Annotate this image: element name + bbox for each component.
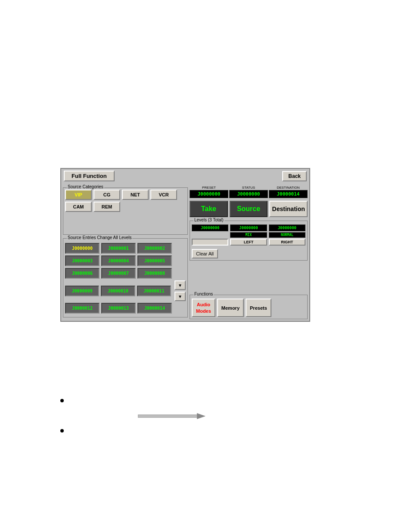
entry-button-4[interactable]: J0000004 — [101, 255, 136, 266]
destination-label: DESTINATION — [277, 186, 299, 190]
func-button-audio-modes[interactable]: AudioModes — [192, 299, 215, 317]
source-action-button[interactable]: Source — [230, 201, 268, 217]
cat-button-rem[interactable]: REM — [93, 202, 120, 212]
arrow-icon — [138, 411, 207, 421]
arrow-container — [138, 411, 345, 423]
source-categories-label: Source Categories — [67, 184, 104, 189]
category-row-1: VIP CG NET VCR — [65, 190, 186, 200]
cat-button-vip[interactable]: VIP — [65, 190, 92, 200]
left-panel: Source Categories VIP CG NET VCR CAM REM… — [63, 185, 188, 319]
bullet-dot-1 — [60, 399, 64, 402]
entry-button-13[interactable]: J0000013 — [101, 303, 136, 314]
level-cell-1: J0000000 — [192, 224, 228, 246]
level-button-right[interactable]: RIGHT — [269, 239, 305, 246]
content-area: Source Categories VIP CG NET VCR CAM REM… — [61, 183, 309, 321]
bullet-item-2 — [60, 426, 345, 432]
levels-group: Levels (3 Total) J0000000 J0000000 MIX L… — [190, 221, 308, 261]
entry-button-9[interactable]: J0000009 — [65, 286, 99, 296]
functions-group: Functions AudioModes Memory Presets — [190, 295, 308, 319]
entry-button-7[interactable]: J0000007 — [101, 268, 136, 279]
functions-row: AudioModes Memory Presets — [192, 299, 305, 317]
display-row: PRESET J0000000 STATUS J0000000 DESTINAT… — [190, 185, 308, 199]
level-cell-3: J0000000 NORMAL RIGHT — [269, 224, 305, 246]
entry-row-3: J0000006 J0000007 J0000008 — [65, 268, 186, 279]
functions-label: Functions — [193, 292, 214, 296]
scroll-bottom-button[interactable]: ▼ — [174, 292, 186, 301]
panel-title: Full Function — [64, 171, 115, 181]
bullet-item-1 — [60, 396, 345, 402]
entry-button-6[interactable]: J0000006 — [65, 268, 100, 279]
entry-button-14[interactable]: J0000014 — [137, 303, 172, 314]
destination-screen: J0000014 — [269, 190, 308, 198]
main-panel: Full Function Back Source Categories VIP… — [60, 168, 310, 322]
destination-display: DESTINATION J0000014 — [269, 186, 308, 198]
levels-grid: J0000000 J0000000 MIX LEFT J0000000 NORM… — [192, 224, 305, 246]
cat-button-net[interactable]: NET — [122, 190, 149, 200]
status-screen: J0000000 — [229, 190, 268, 198]
source-categories-group: Source Categories VIP CG NET VCR CAM REM — [63, 187, 188, 235]
entry-row-5: J0000012 J0000013 J0000014 — [65, 303, 186, 314]
level-sub-3a: NORMAL — [269, 232, 305, 238]
status-display: STATUS J0000000 — [229, 186, 268, 198]
entry-button-5[interactable]: J0000005 — [137, 255, 172, 266]
cat-button-cg[interactable]: CG — [93, 190, 120, 200]
func-button-presets[interactable]: Presets — [246, 299, 271, 317]
entry-button-10[interactable]: J0000010 — [101, 286, 135, 296]
cat-button-vcr[interactable]: VCR — [150, 190, 177, 200]
svg-rect-1 — [138, 415, 198, 417]
title-bar: Full Function Back — [61, 169, 309, 183]
entry-row-4: J0000009 J0000010 J0000011 ▼ ▼ — [65, 280, 186, 301]
func-button-memory[interactable]: Memory — [217, 299, 244, 317]
entry-row-1: J0000000 J0000001 J0000002 — [65, 243, 186, 254]
preset-screen: J0000000 — [190, 190, 228, 198]
levels-label: Levels (3 Total) — [193, 218, 224, 222]
preset-label: PRESET — [202, 186, 216, 190]
level-display-3: J0000000 — [269, 224, 305, 231]
entry-button-2[interactable]: J0000002 — [137, 243, 172, 254]
bullet-section — [60, 396, 345, 441]
level-cell-2: J0000000 MIX LEFT — [230, 224, 267, 246]
action-row: Take Source Destination — [190, 201, 308, 217]
source-entries-group: Source Entries Change All Levels J000000… — [63, 238, 188, 317]
level-sub-2a: MIX — [230, 232, 267, 238]
bullet-dot-2 — [60, 429, 64, 432]
entry-button-11[interactable]: J0000011 — [137, 286, 171, 296]
level-display-2: J0000000 — [230, 224, 267, 231]
level-input-1 — [192, 239, 228, 246]
entry-row-2: J0000003 J0000004 J0000005 — [65, 255, 186, 266]
entry-button-0[interactable]: J0000000 — [65, 243, 100, 254]
spacer — [190, 262, 308, 291]
scroll-down-button[interactable]: ▼ — [174, 280, 186, 290]
status-label: STATUS — [242, 186, 255, 190]
preset-display: PRESET J0000000 — [190, 186, 228, 198]
source-entries-label: Source Entries Change All Levels — [67, 235, 132, 240]
entry-button-3[interactable]: J0000003 — [65, 255, 100, 266]
entry-button-12[interactable]: J0000012 — [65, 303, 100, 314]
level-display-1: J0000000 — [192, 224, 228, 231]
category-row-2: CAM REM — [65, 202, 186, 212]
entry-button-1[interactable]: J0000001 — [101, 243, 136, 254]
destination-action-button[interactable]: Destination — [269, 201, 308, 217]
take-button[interactable]: Take — [190, 201, 228, 217]
entry-button-8[interactable]: J0000008 — [137, 268, 172, 279]
right-panel: PRESET J0000000 STATUS J0000000 DESTINAT… — [188, 185, 308, 319]
back-button[interactable]: Back — [282, 171, 307, 181]
scroll-buttons: ▼ ▼ — [174, 280, 186, 301]
cat-button-cam[interactable]: CAM — [65, 202, 92, 212]
clear-all-button[interactable]: Clear All — [192, 249, 218, 258]
level-button-left[interactable]: LEFT — [230, 239, 267, 246]
